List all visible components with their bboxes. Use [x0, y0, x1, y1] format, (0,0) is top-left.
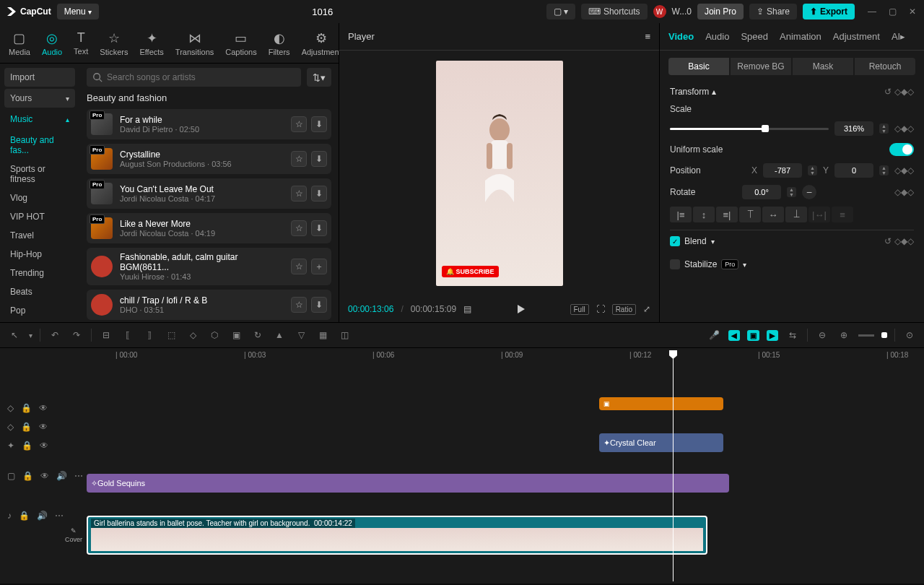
music-dropdown[interactable]: Music▴	[4, 110, 75, 129]
video-track-icon[interactable]: ▢	[7, 471, 15, 481]
song-item[interactable]: ProLike a Never MoreJordi Nicolau Costa …	[87, 213, 331, 243]
category-item[interactable]: Beats	[4, 282, 75, 301]
filter-button[interactable]: ⇅▾	[307, 68, 331, 87]
tool-tab-media[interactable]: ▢Media	[6, 26, 33, 60]
timeline[interactable]: | 00:00| 00:03| 00:06| 00:09| 00:12| 00:…	[0, 348, 924, 584]
category-item[interactable]: VIP HOT	[4, 207, 75, 226]
tool-tab-filters[interactable]: ◐Filters	[266, 26, 293, 60]
eye-icon[interactable]: 👁	[40, 471, 49, 481]
distribute-v-icon[interactable]: ≡	[832, 207, 853, 222]
user-avatar[interactable]: W	[653, 5, 666, 18]
category-item[interactable]: Vlog	[4, 188, 75, 207]
blend-label[interactable]: Blend	[684, 236, 707, 246]
tool-tab-stickers[interactable]: ☆Stickers	[97, 26, 131, 60]
pos-keyframe-icon[interactable]: ◇◆◇	[894, 165, 914, 176]
blend-keyframe-icon[interactable]: ◇◆◇	[894, 236, 914, 246]
rp-tab-speed[interactable]: Speed	[741, 31, 768, 42]
sticker-clip[interactable]: ▣	[599, 397, 723, 410]
rp-subtab-remove-bg[interactable]: Remove BG	[731, 58, 791, 75]
category-item[interactable]: Travel	[4, 226, 75, 245]
transform-header[interactable]: Transform ▴	[670, 87, 716, 97]
player-canvas[interactable]: 🔔 SUBSCRIBE	[339, 51, 659, 296]
favorite-icon[interactable]: ☆	[291, 259, 307, 274]
eye-icon[interactable]: 👁	[39, 422, 48, 432]
shortcuts-button[interactable]: ⌨ Shortcuts	[581, 4, 648, 20]
shield-icon[interactable]: ⬡	[207, 328, 222, 342]
search-input[interactable]	[87, 68, 301, 87]
select-tool-icon[interactable]: ↖	[7, 328, 22, 342]
export-button[interactable]: ⬆ Export	[803, 4, 855, 20]
more-icon[interactable]: ⋯	[74, 471, 83, 481]
mirror-v-icon[interactable]: ▽	[294, 328, 308, 342]
favorite-icon[interactable]: ☆	[291, 186, 307, 202]
zoom-out-icon[interactable]: ⊖	[815, 328, 829, 342]
trim-right-icon[interactable]: ⟧	[142, 328, 157, 342]
tool-tab-transitions[interactable]: ⋈Transitions	[173, 26, 217, 60]
audio-track-icon[interactable]: ♪	[7, 511, 12, 521]
copies-icon[interactable]: ▣	[229, 328, 243, 342]
zoom-in-icon[interactable]: ⊕	[837, 328, 851, 342]
track-icon[interactable]: ✦	[7, 441, 14, 451]
pos-x-stepper[interactable]: ▲▼	[808, 165, 817, 176]
track-icon[interactable]: ◇	[7, 403, 14, 413]
snap-badge-3[interactable]: ▶	[767, 330, 778, 341]
snap-badge-1[interactable]: ◀	[728, 330, 740, 341]
uniform-scale-toggle[interactable]	[889, 143, 914, 156]
blend-checkbox[interactable]: ✓	[670, 236, 680, 246]
pos-x-input[interactable]: -787	[763, 163, 802, 178]
song-item[interactable]: ProCrystallineAugust Son Productions · 0…	[87, 144, 331, 174]
scale-value[interactable]: 316%	[834, 121, 873, 136]
track-icon[interactable]: ◇	[7, 422, 14, 432]
text-clip[interactable]: ✧ Gold Sequins	[87, 474, 729, 493]
rp-tab-animation[interactable]: Animation	[780, 31, 821, 42]
tool-tab-audio[interactable]: ◎Audio	[39, 26, 65, 60]
song-item[interactable]: chill / Trap / lofi / R & BDHO · 03:51☆⬇	[87, 290, 331, 320]
split-icon[interactable]: ⊟	[99, 328, 113, 342]
zoom-fit-icon[interactable]: ⊙	[902, 328, 917, 342]
speaker-icon[interactable]: 🔊	[56, 471, 67, 481]
category-item[interactable]: Trending	[4, 264, 75, 282]
download-icon[interactable]: ⬇	[311, 186, 327, 202]
song-item[interactable]: ProYou Can't Leave Me OutJordi Nicolau C…	[87, 178, 331, 209]
stabilize-label[interactable]: Stabilize	[684, 259, 717, 269]
effect-clip[interactable]: ✦ Crystal Clear	[599, 433, 723, 452]
close-button[interactable]: ✕	[907, 6, 918, 17]
align-bottom-icon[interactable]: ⟘	[785, 207, 807, 222]
lock-icon[interactable]: 🔒	[22, 471, 33, 481]
keyframe-icon[interactable]: ◇◆◇	[894, 87, 914, 97]
lock-icon[interactable]: 🔒	[19, 511, 30, 521]
fit-icon[interactable]: ⛶	[596, 304, 605, 314]
category-item[interactable]: Pop	[4, 301, 75, 320]
reverse-icon[interactable]: ↻	[250, 328, 265, 342]
favorite-icon[interactable]: ☆	[291, 297, 307, 313]
rotate-input[interactable]: 0.0°	[742, 185, 781, 199]
ratio-button[interactable]: Ratio	[612, 304, 636, 315]
align-vcenter-icon[interactable]: ↔	[762, 207, 784, 222]
scale-stepper[interactable]: ▲▼	[879, 124, 889, 134]
blend-reset-icon[interactable]: ↺	[884, 236, 892, 246]
link-icon[interactable]: ⇆	[785, 328, 800, 342]
eye-icon[interactable]: 👁	[39, 403, 48, 413]
favorite-icon[interactable]: ☆	[291, 220, 307, 236]
rotate-dial[interactable]: –	[802, 185, 816, 199]
pos-y-stepper[interactable]: ▲▼	[879, 165, 889, 176]
zoom-slider[interactable]	[858, 334, 874, 337]
reset-icon[interactable]: ↺	[884, 87, 892, 97]
tool-tab-text[interactable]: TText	[71, 26, 91, 60]
rp-subtab-mask[interactable]: Mask	[793, 58, 853, 75]
download-icon[interactable]: ⬇	[311, 116, 327, 132]
category-item[interactable]: Sports or fitness	[4, 160, 75, 188]
scale-slider[interactable]	[670, 128, 829, 130]
lock-icon[interactable]: 🔒	[21, 403, 32, 413]
import-button[interactable]: Import	[4, 68, 75, 87]
join-pro-button[interactable]: Join Pro	[697, 4, 744, 20]
play-button[interactable]	[515, 303, 526, 315]
rp-tab-ai[interactable]: AI▸	[892, 31, 905, 42]
snap-badge-2[interactable]: ▣	[747, 330, 759, 341]
pos-y-input[interactable]: 0	[834, 163, 873, 178]
yours-dropdown[interactable]: Yours▾	[4, 89, 75, 108]
tool-tab-captions[interactable]: ▭Captions	[222, 26, 259, 60]
lock-icon[interactable]: 🔒	[21, 422, 32, 432]
minimize-button[interactable]: —	[866, 6, 878, 17]
rp-subtab-retouch[interactable]: Retouch	[855, 58, 915, 75]
